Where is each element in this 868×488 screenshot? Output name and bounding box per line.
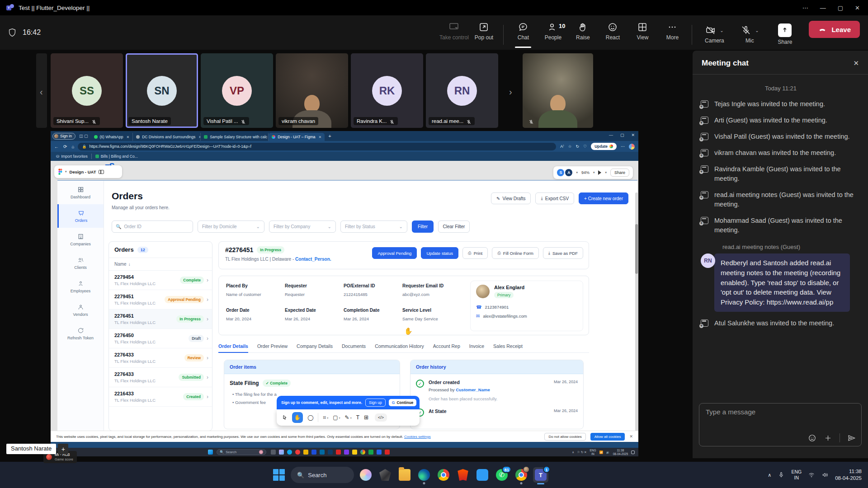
bookmark-import[interactable]: ⛁Import favorites [56, 154, 88, 159]
tiles-prev-icon[interactable]: ‹ [40, 87, 43, 97]
contact-email[interactable]: alex@vstatefilings.com [483, 314, 527, 319]
camera-button[interactable]: ⌄ Camera [697, 21, 732, 44]
chrome-profile-icon[interactable] [514, 467, 529, 483]
order-list-row[interactable]: 2279454TL Flex Holdings LLC Complete› [109, 271, 212, 290]
sidebar-item-orders[interactable]: Orders [57, 204, 104, 228]
comment-tool-icon[interactable]: ⊞ [364, 414, 368, 421]
zoom-level[interactable]: 94% [581, 170, 590, 175]
tab-sales-receipt[interactable]: Sales Receipt [493, 343, 523, 349]
favorite-star-icon[interactable]: ☆ [568, 144, 571, 149]
minimize-icon[interactable]: — [820, 5, 826, 11]
collections-icon[interactable]: ♡ [583, 144, 587, 149]
order-list-row[interactable]: 2279451TL Flex Holdings LLC Approval Pen… [109, 290, 212, 310]
tab-invoice[interactable]: Invoice [469, 343, 484, 349]
bookmark-bills[interactable]: Bills | Billing and Co... [95, 154, 138, 159]
sidebar-item-clients[interactable]: Clients [57, 251, 104, 275]
update-status-button[interactable]: Update status [421, 247, 458, 259]
contact-phone[interactable]: 2123874901 [485, 305, 509, 310]
figma-menu-chevron-icon[interactable]: ▾ [65, 170, 67, 174]
react-button[interactable]: React [598, 18, 627, 47]
refresh-icon[interactable]: ⟳ [63, 144, 67, 149]
order-list-row[interactable]: 2276450TL Flex Holdings LLC Draft› [109, 329, 212, 348]
language-indicator[interactable]: ENGIN [791, 469, 802, 481]
participant-tile[interactable]: RN read.ai mee... [426, 53, 498, 128]
print-button[interactable]: ⎙ Print [462, 247, 488, 259]
browser-scrollbar[interactable] [635, 192, 638, 446]
inner-start-icon[interactable] [208, 450, 213, 455]
export-csv-button[interactable]: ⤓ Export CSV [535, 192, 574, 204]
send-icon[interactable] [847, 434, 856, 442]
allow-cookies-button[interactable]: Allow all cookies [590, 433, 625, 441]
share-button[interactable]: Share [767, 20, 802, 45]
camera-chevron-icon[interactable]: ⌄ [720, 28, 723, 33]
brave-icon[interactable] [455, 467, 471, 483]
chat-button[interactable]: Chat [508, 18, 538, 47]
sidebar-item-refresh-token[interactable]: Refresh Token [57, 322, 104, 345]
cookies-settings-link[interactable]: Cookies settings [404, 435, 431, 439]
chat-close-icon[interactable]: ✕ [853, 59, 859, 67]
tab-close-icon[interactable]: ✕ [318, 135, 321, 139]
order-id-search-input[interactable]: 🔍Order ID [112, 221, 193, 233]
participant-tile-video[interactable]: vikram chavan [276, 53, 348, 128]
inner-notification-icon[interactable] [631, 450, 635, 454]
browser-tab[interactable]: DC Divisions and Surroundings✕ [133, 133, 201, 141]
tab-close-icon[interactable]: ✕ [126, 135, 129, 139]
participant-tile[interactable]: VP Vishal Patil ... [201, 53, 273, 128]
sidebar-item-companies[interactable]: Companies [57, 228, 104, 251]
tiles-next-icon[interactable]: › [509, 87, 512, 97]
chat-compose-box[interactable] [699, 403, 862, 446]
whatsapp-icon[interactable]: ✆81 [494, 467, 509, 483]
dev-mode-toggle[interactable]: </> [375, 413, 387, 422]
tab-communication-history[interactable]: Communication History [375, 343, 424, 349]
sidebar-item-employees[interactable]: Employees [57, 275, 104, 298]
filter-status-dropdown[interactable]: Filter by Status⌄ [340, 221, 407, 233]
read-aloud-icon[interactable]: A⁾ [560, 144, 564, 149]
fill-online-form-button[interactable]: ⎙ Fill Online Form [492, 247, 539, 259]
filter-company-dropdown[interactable]: Filter by Company⌄ [269, 221, 336, 233]
tray-mic-icon[interactable] [778, 471, 785, 479]
collaborator-avatar[interactable]: A [565, 169, 572, 176]
tab-account-rep[interactable]: Account Rep [433, 343, 460, 349]
participant-tile-active-speaker[interactable]: SN Santosh Narate [126, 53, 198, 128]
add-overlay-icon[interactable]: + [58, 444, 68, 454]
participant-tile[interactable]: SS Shivani Sup... [51, 53, 123, 128]
sync-icon[interactable]: ↻ [576, 144, 580, 149]
browser-extensions-icons[interactable]: ◫ ▢ [79, 134, 88, 138]
move-tool-icon[interactable] [282, 415, 288, 420]
collaborator-avatar[interactable]: S [557, 169, 564, 176]
scale-tool-icon[interactable]: ◯ [307, 414, 313, 421]
wifi-icon[interactable] [808, 471, 815, 479]
save-as-pdf-button[interactable]: ⤓ Save as PDF [543, 247, 583, 259]
chat-input[interactable] [706, 408, 855, 416]
tab-order-preview[interactable]: Order Preview [257, 343, 288, 349]
taskbar-clock[interactable]: 11:3808-04-2025 [835, 468, 862, 482]
sidebar-item-vendors[interactable]: Vendors [57, 298, 104, 322]
browser-update-button[interactable]: Update [591, 143, 617, 150]
inner-minimize-icon[interactable]: — [609, 133, 613, 137]
chat-message-bubble[interactable]: Redberyl and Santosh added read.ai meeti… [714, 253, 850, 312]
signup-button[interactable]: Sign up [365, 399, 386, 407]
participant-tile-video[interactable] [523, 53, 593, 128]
browser-tab[interactable]: (6) WhatsApp✕ [91, 133, 133, 141]
filter-domicile-dropdown[interactable]: Filter by Domicile⌄ [198, 221, 264, 233]
order-list-row[interactable]: 2216433TL Flex Holdings LLC Created› [109, 387, 212, 407]
order-list-row[interactable]: 2276433TL Flex Holdings LLC Submitted› [109, 368, 212, 387]
browser-more-icon[interactable]: ⋯ [621, 144, 625, 149]
maximize-icon[interactable]: ▢ [838, 5, 843, 11]
order-list-row[interactable]: 2276433TL Flex Holdings LLC Review› [109, 348, 212, 368]
present-icon[interactable] [598, 170, 601, 175]
attach-plus-icon[interactable] [824, 434, 832, 442]
deny-cookies-button[interactable]: Do not allow cookies [544, 433, 585, 441]
inner-maximize-icon[interactable]: ▢ [620, 133, 624, 137]
raise-hand-button[interactable]: Raise [568, 18, 598, 47]
figma-logo-icon[interactable] [58, 169, 62, 175]
layout-panel-icon[interactable] [99, 170, 104, 174]
text-tool-icon[interactable]: T [356, 414, 359, 421]
taskbar-search[interactable]: 🔍Search [291, 467, 354, 483]
clear-filter-button[interactable]: Clear Filter [438, 221, 470, 233]
vscode-icon[interactable] [475, 467, 490, 483]
inner-search-box[interactable]: 🔍 Search [217, 449, 266, 455]
view-button[interactable]: View [627, 18, 657, 47]
approval-pending-button[interactable]: Approval Pending [372, 247, 417, 259]
people-button[interactable]: 10 People [538, 18, 568, 47]
